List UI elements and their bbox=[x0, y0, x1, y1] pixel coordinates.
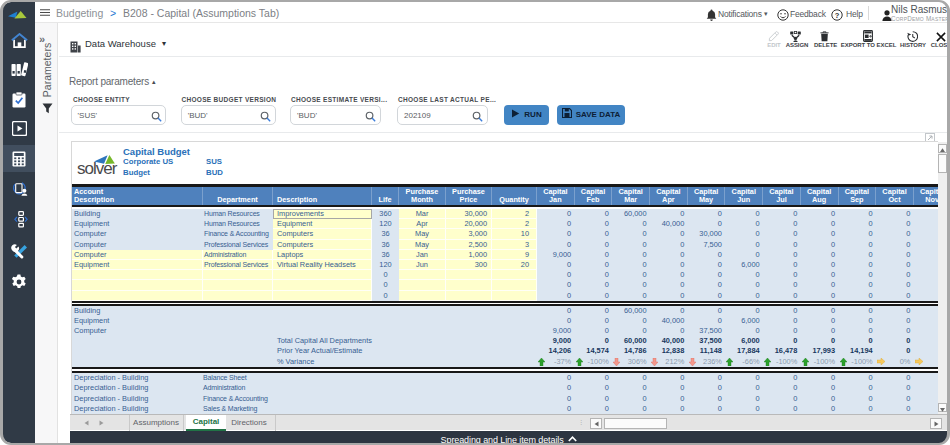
svg-text:?: ? bbox=[835, 11, 840, 20]
